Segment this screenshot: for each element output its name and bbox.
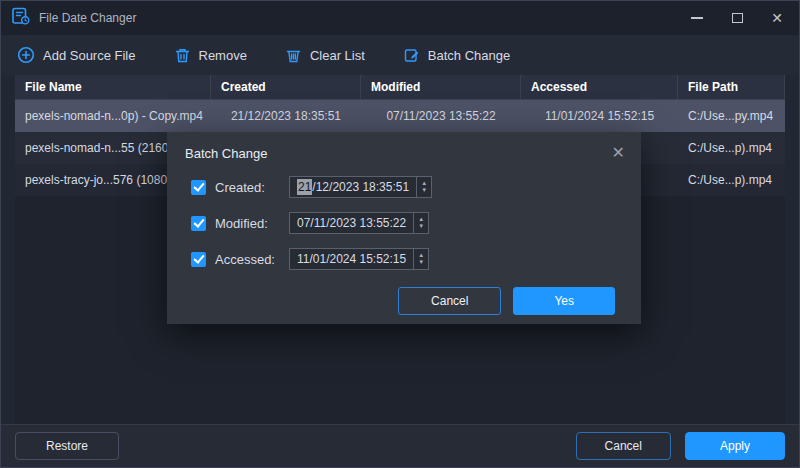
created-datetime-input[interactable]: 21/12/2023 18:35:51 ▲ ▼ [289, 176, 432, 198]
spin-down-icon[interactable]: ▼ [418, 259, 424, 266]
close-button[interactable]: ✕ [769, 10, 785, 26]
clear-list-label: Clear List [310, 48, 365, 63]
modified-spinner[interactable]: ▲ ▼ [413, 213, 428, 233]
apply-button[interactable]: Apply [685, 432, 785, 460]
maximize-button[interactable] [729, 10, 745, 26]
column-header-modified[interactable]: Modified [361, 75, 521, 99]
created-checkbox[interactable] [191, 180, 206, 195]
toolbar: Add Source File Remove Clea [1, 35, 799, 75]
table-header: File Name Created Modified Accessed File… [15, 75, 785, 100]
accessed-checkbox[interactable] [191, 252, 206, 267]
remove-button[interactable]: Remove [174, 47, 247, 64]
app-icon [11, 6, 31, 30]
spin-down-icon[interactable]: ▼ [421, 187, 427, 194]
footer-bar: Restore Cancel Apply [1, 424, 799, 467]
cell-file-path: C:/Use...p).mp4 [678, 132, 785, 164]
window-controls: ✕ [689, 10, 785, 26]
column-header-created[interactable]: Created [211, 75, 361, 99]
cell-modified: 07/11/2023 13:55:22 [361, 100, 521, 132]
titlebar-left: File Date Changer [11, 6, 136, 30]
batch-change-button[interactable]: Batch Change [403, 47, 510, 64]
batch-edit-icon [403, 47, 420, 64]
column-header-accessed[interactable]: Accessed [521, 75, 678, 99]
maximize-icon [732, 13, 743, 23]
accessed-field-row: Accessed: 11/01/2024 15:52:15 ▲ ▼ [191, 247, 641, 271]
app-window: File Date Changer ✕ Add Source File [0, 0, 800, 468]
remove-label: Remove [199, 48, 247, 63]
spin-up-icon[interactable]: ▲ [421, 180, 427, 187]
spin-up-icon[interactable]: ▲ [418, 252, 424, 259]
created-datetime-value: 21/12/2023 18:35:51 [290, 177, 416, 197]
created-label: Created: [215, 180, 289, 195]
dialog-fields: Created: 21/12/2023 18:35:51 ▲ ▼ Modifie… [167, 165, 641, 271]
created-spinner[interactable]: ▲ ▼ [416, 177, 431, 197]
modified-datetime-value: 07/11/2023 13:55:22 [290, 213, 413, 233]
footer-right: Cancel Apply [576, 432, 785, 460]
accessed-label: Accessed: [215, 252, 289, 267]
dialog-cancel-button[interactable]: Cancel [398, 287, 501, 315]
add-source-file-button[interactable]: Add Source File [17, 46, 136, 64]
spin-down-icon[interactable]: ▼ [418, 223, 424, 230]
dialog-yes-button[interactable]: Yes [513, 287, 615, 315]
accessed-spinner[interactable]: ▲ ▼ [413, 249, 428, 269]
column-header-file-path[interactable]: File Path [678, 75, 785, 99]
cancel-button[interactable]: Cancel [576, 432, 671, 460]
dialog-header: Batch Change ✕ [167, 132, 641, 165]
batch-change-label: Batch Change [428, 48, 510, 63]
cell-file-name: pexels-nomad-n...0p) - Copy.mp4 [15, 100, 211, 132]
minimize-icon [691, 17, 703, 19]
window-title: File Date Changer [39, 11, 136, 25]
modified-checkbox[interactable] [191, 216, 206, 231]
dialog-close-icon[interactable]: ✕ [612, 145, 625, 161]
cell-accessed: 11/01/2024 15:52:15 [521, 100, 678, 132]
add-source-file-label: Add Source File [43, 48, 136, 63]
trash-icon [174, 47, 191, 64]
table-row[interactable]: pexels-nomad-n...0p) - Copy.mp4 21/12/20… [15, 100, 785, 132]
dialog-title: Batch Change [185, 146, 267, 161]
clear-list-button[interactable]: Clear List [285, 47, 365, 64]
clear-list-icon [285, 47, 302, 64]
modified-datetime-input[interactable]: 07/11/2023 13:55:22 ▲ ▼ [289, 212, 429, 234]
rest-segment: /12/2023 18:35:51 [312, 180, 409, 194]
column-header-file-name[interactable]: File Name [15, 75, 211, 99]
batch-change-dialog: Batch Change ✕ Created: 21/12/2023 18:35… [167, 132, 641, 324]
spin-up-icon[interactable]: ▲ [418, 216, 424, 223]
restore-button[interactable]: Restore [15, 432, 119, 460]
selected-segment: 21 [297, 179, 312, 195]
dialog-buttons: Cancel Yes [167, 271, 641, 315]
cell-file-path: C:/Use...py.mp4 [678, 100, 785, 132]
titlebar: File Date Changer ✕ [1, 1, 799, 35]
modified-label: Modified: [215, 216, 289, 231]
modified-field-row: Modified: 07/11/2023 13:55:22 ▲ ▼ [191, 211, 641, 235]
accessed-datetime-input[interactable]: 11/01/2024 15:52:15 ▲ ▼ [289, 248, 429, 270]
accessed-datetime-value: 11/01/2024 15:52:15 [290, 249, 413, 269]
created-field-row: Created: 21/12/2023 18:35:51 ▲ ▼ [191, 175, 641, 199]
minimize-button[interactable] [689, 10, 705, 26]
cell-created: 21/12/2023 18:35:51 [211, 100, 361, 132]
add-circle-icon [17, 46, 35, 64]
cell-file-path: C:/Use...p).mp4 [678, 164, 785, 196]
